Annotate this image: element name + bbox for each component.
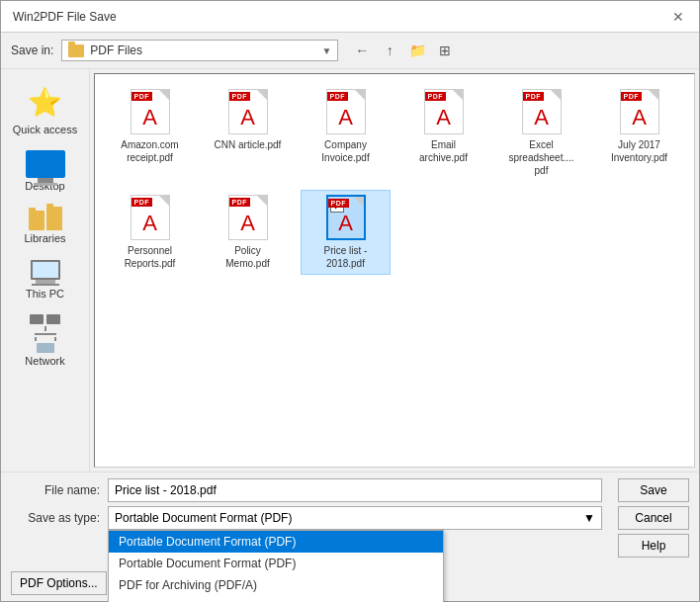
pdf-file-icon: PDF A — [620, 89, 659, 134]
pc-icon — [31, 260, 60, 286]
save-in-dropdown[interactable]: PDF Files ▼ — [61, 40, 338, 61]
dialog-title: Win2PDF File Save — [13, 10, 117, 24]
form-and-buttons: File name: Save as type: Portable Docume… — [11, 478, 689, 563]
current-folder-text: PDF Files — [90, 43, 315, 57]
folder-icon — [68, 44, 84, 57]
sidebar-label-quick-access: Quick access — [13, 124, 77, 136]
dropdown-option[interactable]: XML Paper Specification (XPS) — [109, 596, 443, 602]
list-item[interactable]: PDF A Email archive.pdf — [398, 84, 488, 182]
pdf-file-icon: PDF A — [131, 195, 170, 240]
pdf-file-icon: PDF A — [228, 195, 268, 240]
pdf-file-icon: PDF A — [228, 89, 268, 134]
help-button[interactable]: Help — [618, 534, 689, 558]
file-name: CNN article.pdf — [215, 138, 282, 151]
network-icon — [30, 314, 60, 353]
file-grid: PDF A Amazon.com receipt.pdf PDF A — [105, 84, 684, 275]
sidebar-item-desktop[interactable]: Desktop — [4, 145, 87, 198]
nav-up-button[interactable]: ↑ — [378, 39, 401, 62]
pdf-file-icon: ✓ PDF A — [326, 195, 366, 240]
view-menu-button[interactable]: ⊞ — [433, 39, 457, 62]
file-name-label: File name: — [11, 483, 100, 497]
new-folder-button[interactable]: 📁 — [405, 39, 429, 62]
pdf-options-button[interactable]: PDF Options... — [11, 571, 107, 595]
star-icon: ⭐ — [26, 82, 65, 122]
dropdown-arrow-icon: ▼ — [321, 45, 331, 56]
file-name: Policy Memo.pdf — [214, 244, 283, 270]
save-as-type-row: Save as type: Portable Document Format (… — [11, 506, 602, 530]
pdf-file-icon: PDF A — [131, 89, 170, 134]
file-name: July 2017 Inventory.pdf — [605, 138, 674, 164]
sidebar: ⭐ Quick access Desktop — [1, 69, 90, 472]
sidebar-item-network[interactable]: Network — [4, 309, 87, 373]
form-rows: File name: Save as type: Portable Docume… — [11, 478, 602, 563]
close-button[interactable]: ✕ — [669, 8, 687, 26]
main-area: ⭐ Quick access Desktop — [1, 69, 699, 472]
list-item[interactable]: PDF A Amazon.com receipt.pdf — [105, 84, 195, 182]
sidebar-label-network: Network — [25, 355, 64, 368]
bottom-area: File name: Save as type: Portable Docume… — [1, 472, 699, 601]
list-item[interactable]: PDF A Personnel Reports.pdf — [105, 190, 195, 275]
desktop-icon — [26, 150, 65, 178]
action-buttons: Save Cancel Help — [610, 478, 689, 558]
libraries-icon — [29, 207, 62, 230]
file-name: Amazon.com receipt.pdf — [116, 138, 185, 164]
save-as-type-arrow: ▼ — [583, 511, 595, 525]
file-name: Price list - 2018.pdf — [311, 244, 381, 270]
save-as-type-label: Save as type: — [11, 511, 100, 525]
toolbar-row: Save in: PDF Files ▼ ← ↑ 📁 ⊞ — [1, 33, 699, 69]
title-bar-left: Win2PDF File Save — [13, 10, 117, 24]
save-as-type-dropdown[interactable]: Portable Document Format (PDF) ▼ — [108, 506, 602, 530]
file-name: Excel spreadsheet....pdf — [507, 138, 576, 177]
sidebar-item-this-pc[interactable]: This PC — [4, 255, 87, 305]
save-button[interactable]: Save — [618, 478, 689, 502]
title-bar: Win2PDF File Save ✕ — [1, 1, 699, 33]
list-item[interactable]: PDF A Excel spreadsheet....pdf — [496, 84, 586, 182]
list-item[interactable]: ✓ PDF A Price list - 2018.pdf — [301, 190, 391, 275]
nav-back-button[interactable]: ← — [350, 39, 374, 62]
file-name: Personnel Reports.pdf — [116, 244, 185, 270]
save-as-type-menu: Portable Document Format (PDF) Portable … — [108, 530, 444, 602]
pdf-file-icon: PDF A — [424, 89, 464, 134]
file-save-dialog: Win2PDF File Save ✕ Save in: PDF Files ▼… — [0, 0, 700, 602]
file-area[interactable]: PDF A Amazon.com receipt.pdf PDF A — [94, 73, 695, 468]
file-name-input[interactable] — [108, 478, 602, 502]
save-as-type-value: Portable Document Format (PDF) — [115, 511, 292, 525]
sidebar-item-quick-access[interactable]: ⭐ Quick access — [4, 77, 87, 141]
list-item[interactable]: PDF A CNN article.pdf — [203, 84, 293, 182]
list-item[interactable]: PDF A Policy Memo.pdf — [203, 190, 293, 275]
sidebar-item-libraries[interactable]: Libraries — [4, 202, 87, 250]
dropdown-option[interactable]: PDF for Archiving (PDF/A) — [109, 574, 443, 596]
sidebar-label-this-pc: This PC — [26, 288, 64, 301]
save-in-label: Save in: — [11, 43, 53, 57]
dropdown-option[interactable]: Portable Document Format (PDF) — [109, 531, 443, 553]
sidebar-label-libraries: Libraries — [24, 232, 65, 245]
file-name: Email archive.pdf — [409, 138, 479, 164]
dropdown-option[interactable]: Portable Document Format (PDF) — [109, 553, 443, 574]
file-name-row: File name: — [11, 478, 602, 502]
file-name: Company Invoice.pdf — [311, 138, 381, 164]
list-item[interactable]: PDF A Company Invoice.pdf — [301, 84, 391, 182]
pdf-file-icon: PDF A — [326, 89, 366, 134]
list-item[interactable]: PDF A July 2017 Inventory.pdf — [594, 84, 684, 182]
pdf-file-icon: PDF A — [522, 89, 562, 134]
cancel-button[interactable]: Cancel — [618, 506, 689, 530]
toolbar-icons: ← ↑ 📁 ⊞ — [350, 39, 457, 62]
